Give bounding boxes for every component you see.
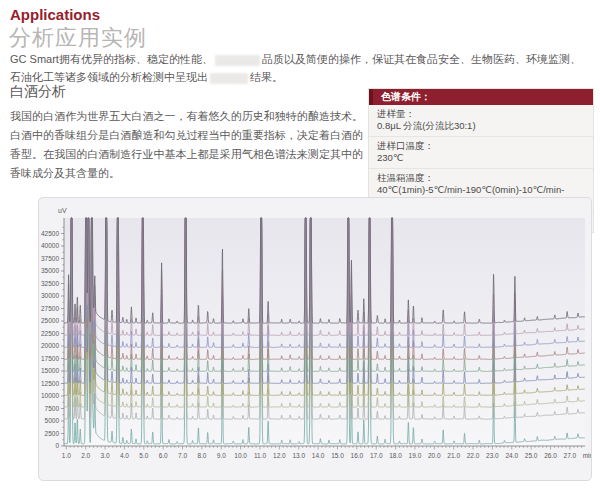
baijiu-section-body: 我国的白酒作为世界五大白酒之一，有着悠久的历史和独特的酿造技术。白酒中的香味组分…	[10, 107, 363, 183]
svg-text:7.0: 7.0	[178, 452, 187, 459]
intro-paragraph: GC Smart拥有优异的指标、稳定的性能、品质以及简便的操作，保证其在食品安全…	[10, 50, 588, 86]
svg-text:2.0: 2.0	[81, 452, 90, 459]
svg-text:25000: 25000	[41, 317, 59, 324]
svg-text:30000: 30000	[41, 292, 59, 299]
svg-text:12.0: 12.0	[273, 452, 286, 459]
svg-text:10.0: 10.0	[234, 452, 247, 459]
svg-text:11.0: 11.0	[254, 452, 267, 459]
svg-text:17500: 17500	[41, 355, 59, 362]
svg-text:24.0: 24.0	[505, 452, 518, 459]
svg-text:37500: 37500	[41, 255, 59, 262]
svg-text:3.0: 3.0	[101, 452, 110, 459]
svg-text:27500: 27500	[41, 305, 59, 312]
condition-row: 进样量：0.8μL 分流(分流比30:1)	[369, 105, 593, 137]
svg-text:22500: 22500	[41, 330, 59, 337]
condition-value: 0.8μL 分流(分流比30:1)	[377, 120, 585, 132]
condition-label: 柱温箱温度：	[377, 172, 585, 184]
applications-title-zh: 分析应用实例	[9, 23, 147, 53]
svg-text:20000: 20000	[41, 342, 59, 349]
svg-text:5000: 5000	[45, 417, 60, 424]
svg-text:21.0: 21.0	[447, 452, 460, 459]
svg-text:19.0: 19.0	[409, 452, 422, 459]
svg-text:40000: 40000	[41, 242, 59, 249]
svg-text:20.0: 20.0	[428, 452, 441, 459]
svg-text:15000: 15000	[41, 367, 59, 374]
svg-text:13.0: 13.0	[292, 452, 305, 459]
svg-text:0: 0	[55, 442, 59, 449]
condition-row: 进样口温度：230℃	[369, 137, 593, 169]
svg-text:4.0: 4.0	[120, 452, 129, 459]
svg-text:25.0: 25.0	[525, 452, 538, 459]
svg-text:7500: 7500	[45, 405, 60, 412]
applications-title: Applications	[10, 6, 100, 23]
svg-text:17.0: 17.0	[370, 452, 383, 459]
svg-text:27.0: 27.0	[564, 452, 577, 459]
svg-text:min: min	[583, 452, 591, 459]
svg-text:18.0: 18.0	[389, 452, 402, 459]
svg-text:26.0: 26.0	[544, 452, 557, 459]
chromatogram-panel: 0250050007500100001250015000175002000022…	[38, 197, 592, 481]
svg-text:22.0: 22.0	[467, 452, 480, 459]
svg-text:2500: 2500	[45, 430, 60, 437]
svg-text:14.0: 14.0	[312, 452, 325, 459]
svg-text:42500: 42500	[41, 230, 59, 237]
intro-text-segment: 结果。	[250, 71, 283, 83]
svg-text:9.0: 9.0	[217, 452, 226, 459]
svg-text:5.0: 5.0	[139, 452, 148, 459]
chromatogram-chart: 0250050007500100001250015000175002000022…	[39, 204, 591, 472]
redacted-text-patch	[210, 73, 248, 84]
svg-text:35000: 35000	[41, 267, 59, 274]
svg-text:15.0: 15.0	[331, 452, 344, 459]
redacted-text-patch	[215, 55, 260, 66]
svg-text:23.0: 23.0	[486, 452, 499, 459]
svg-text:uV: uV	[58, 207, 67, 214]
svg-text:8.0: 8.0	[197, 452, 206, 459]
intro-text-segment: GC Smart拥有优异的指标、稳定的性能、	[10, 53, 213, 65]
svg-text:12500: 12500	[41, 380, 59, 387]
svg-text:16.0: 16.0	[351, 452, 364, 459]
condition-label: 进样量：	[377, 108, 585, 120]
condition-label: 进样口温度：	[377, 140, 585, 152]
condition-value: 230℃	[377, 152, 585, 164]
svg-text:32500: 32500	[41, 280, 59, 287]
svg-text:1.0: 1.0	[62, 452, 71, 459]
conditions-header: 色谱条件：	[369, 89, 593, 105]
svg-text:10000: 10000	[41, 392, 59, 399]
baijiu-section-title: 白酒分析	[10, 83, 66, 101]
svg-text:6.0: 6.0	[159, 452, 168, 459]
